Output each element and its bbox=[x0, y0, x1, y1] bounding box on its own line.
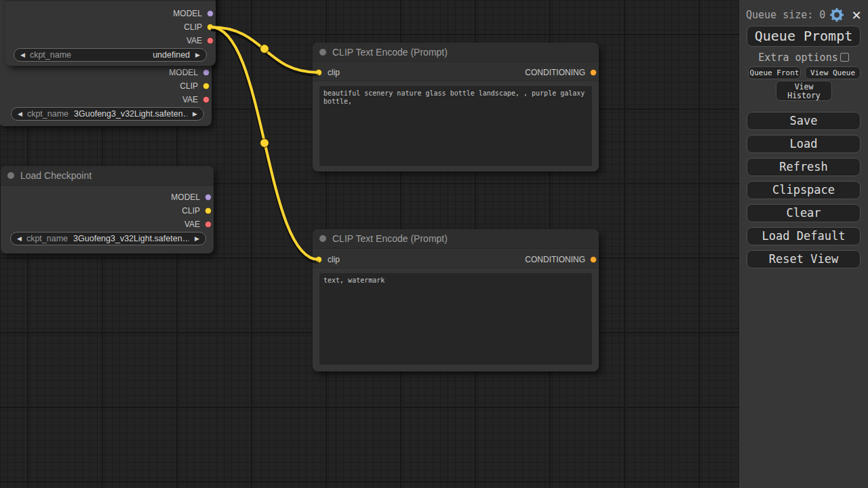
comfyui-canvas[interactable]: MODEL CLIP VAE ◀ ckpt_name 3Guofeng3_v32… bbox=[0, 0, 868, 488]
node-status-dot-icon[interactable] bbox=[319, 49, 326, 56]
queue-front-button[interactable]: Queue Front bbox=[748, 66, 801, 79]
clip-input-label: clip bbox=[328, 255, 340, 264]
view-queue-button[interactable]: View Queue bbox=[805, 66, 861, 79]
view-history-line1: View bbox=[795, 82, 814, 92]
widget-value: 3Guofeng3_v32Light.safeten… bbox=[73, 234, 189, 243]
comfy-menu: Queue size: 0 ✕ Queue Prompt Extra optio… bbox=[739, 0, 868, 488]
prev-arrow-icon[interactable]: ◀ bbox=[18, 111, 22, 117]
next-arrow-icon[interactable]: ▶ bbox=[195, 236, 199, 242]
node-load-checkpoint-1[interactable]: MODEL CLIP VAE ◀ ckpt_name undefined ▶ bbox=[5, 0, 216, 66]
vae-output-label: VAE bbox=[182, 95, 198, 104]
clipspace-button[interactable]: Clipspace bbox=[747, 181, 861, 199]
clip-output-label: CLIP bbox=[180, 81, 198, 91]
conditioning-output-slot[interactable] bbox=[590, 69, 597, 76]
clip-link-wire-1[interactable] bbox=[211, 27, 319, 73]
prompt-textarea[interactable]: text, watermark bbox=[319, 273, 592, 365]
widget-value: 3Guofeng3_v32Light.safeten… bbox=[74, 109, 187, 119]
view-history-button[interactable]: ViewHistory bbox=[776, 81, 832, 101]
conditioning-output-slot[interactable] bbox=[590, 256, 597, 263]
node-status-dot-icon[interactable] bbox=[7, 172, 14, 179]
clip-output-slot[interactable] bbox=[205, 207, 212, 214]
clip-input-row: clip bbox=[315, 67, 340, 78]
clear-button[interactable]: Clear bbox=[747, 204, 861, 222]
clip-input-row: clip bbox=[315, 254, 340, 265]
load-button[interactable]: Load bbox=[747, 135, 861, 153]
vae-output-label: VAE bbox=[184, 220, 200, 229]
vae-output-row: VAE bbox=[184, 219, 212, 230]
refresh-button[interactable]: Refresh bbox=[747, 158, 861, 176]
ckpt-name-widget[interactable]: ◀ ckpt_name 3Guofeng3_v32Light.safeten… … bbox=[10, 232, 206, 245]
node-clip-text-encode-2[interactable]: CLIP Text Encode (Prompt) clip CONDITION… bbox=[313, 229, 599, 371]
vae-output-label: VAE bbox=[186, 36, 202, 45]
vae-output-row: VAE bbox=[182, 94, 210, 105]
extra-options-checkbox[interactable] bbox=[840, 53, 849, 62]
clip-link-wire-2[interactable] bbox=[211, 27, 319, 260]
save-button[interactable]: Save bbox=[747, 112, 861, 130]
conditioning-output-row: CONDITIONING bbox=[525, 254, 597, 265]
wire-shadow bbox=[211, 29, 319, 75]
widget-label: ckpt_name bbox=[30, 50, 71, 60]
reset-view-button[interactable]: Reset View bbox=[747, 250, 861, 268]
model-output-row: MODEL bbox=[171, 192, 212, 203]
clip-output-slot[interactable] bbox=[203, 83, 210, 89]
prompt-textarea[interactable]: beautiful scenery nature glass bottle la… bbox=[319, 86, 592, 166]
model-output-row: MODEL bbox=[173, 8, 214, 19]
close-icon[interactable]: ✕ bbox=[851, 8, 861, 22]
node-title-bar[interactable] bbox=[5, 0, 216, 1]
ckpt-name-widget[interactable]: ◀ ckpt_name 3Guofeng3_v32Light.safeten… … bbox=[11, 107, 204, 121]
next-arrow-icon[interactable]: ▶ bbox=[193, 111, 197, 117]
clip-output-row: CLIP bbox=[184, 22, 214, 33]
load-default-button[interactable]: Load Default bbox=[747, 227, 861, 245]
queue-size-row: Queue size: 0 ✕ bbox=[746, 7, 864, 23]
model-output-row: MODEL bbox=[169, 67, 210, 78]
clip-output-label: CLIP bbox=[184, 22, 202, 32]
clip-input-slot[interactable] bbox=[315, 69, 322, 76]
clip-input-label: clip bbox=[328, 68, 340, 77]
conditioning-output-label: CONDITIONING bbox=[525, 68, 585, 77]
prev-arrow-icon[interactable]: ◀ bbox=[20, 52, 25, 58]
ckpt-name-widget[interactable]: ◀ ckpt_name undefined ▶ bbox=[14, 48, 207, 62]
model-output-slot[interactable] bbox=[205, 194, 212, 201]
node-title-bar[interactable]: CLIP Text Encode (Prompt) bbox=[313, 229, 599, 249]
node-title: Load Checkpoint bbox=[20, 170, 92, 181]
view-history-line2: History bbox=[787, 91, 820, 100]
widget-label: ckpt_name bbox=[27, 109, 68, 119]
model-output-label: MODEL bbox=[173, 9, 202, 18]
node-load-checkpoint-3[interactable]: Load Checkpoint MODEL CLIP VAE ◀ ckpt_na… bbox=[1, 166, 214, 253]
vae-output-row: VAE bbox=[186, 35, 214, 46]
extra-options-label: Extra options bbox=[758, 52, 837, 64]
node-status-dot-icon[interactable] bbox=[319, 235, 326, 242]
model-output-label: MODEL bbox=[169, 68, 198, 77]
model-output-slot[interactable] bbox=[203, 69, 210, 76]
node-title: CLIP Text Encode (Prompt) bbox=[332, 47, 448, 58]
node-title-bar[interactable]: CLIP Text Encode (Prompt) bbox=[313, 43, 599, 62]
vae-output-slot[interactable] bbox=[203, 96, 210, 103]
next-arrow-icon[interactable]: ▶ bbox=[195, 52, 200, 58]
clip-input-slot[interactable] bbox=[315, 256, 322, 263]
conditioning-output-label: CONDITIONING bbox=[525, 255, 585, 264]
widget-label: ckpt_name bbox=[26, 234, 68, 243]
link-midpoint-dot[interactable] bbox=[260, 45, 269, 54]
queue-prompt-button[interactable]: Queue Prompt bbox=[747, 26, 861, 47]
conditioning-output-row: CONDITIONING bbox=[525, 67, 597, 78]
model-output-label: MODEL bbox=[171, 192, 200, 202]
clip-output-row: CLIP bbox=[182, 205, 212, 216]
node-title-bar[interactable]: Load Checkpoint bbox=[1, 166, 214, 186]
clip-output-label: CLIP bbox=[182, 206, 200, 216]
queue-size-label: Queue size: 0 bbox=[746, 9, 825, 21]
gear-icon[interactable] bbox=[829, 7, 844, 22]
clip-output-row: CLIP bbox=[180, 81, 210, 92]
wire-shadow bbox=[211, 29, 319, 262]
extra-options-row: Extra options bbox=[739, 52, 868, 64]
node-title: CLIP Text Encode (Prompt) bbox=[332, 233, 448, 244]
clip-output-slot[interactable] bbox=[207, 24, 214, 30]
vae-output-slot[interactable] bbox=[207, 37, 214, 44]
link-midpoint-dot[interactable] bbox=[260, 139, 269, 148]
node-clip-text-encode-1[interactable]: CLIP Text Encode (Prompt) clip CONDITION… bbox=[313, 43, 599, 171]
prev-arrow-icon[interactable]: ◀ bbox=[17, 236, 22, 242]
model-output-slot[interactable] bbox=[207, 10, 214, 17]
vae-output-slot[interactable] bbox=[205, 221, 212, 228]
widget-value: undefined bbox=[77, 50, 190, 60]
